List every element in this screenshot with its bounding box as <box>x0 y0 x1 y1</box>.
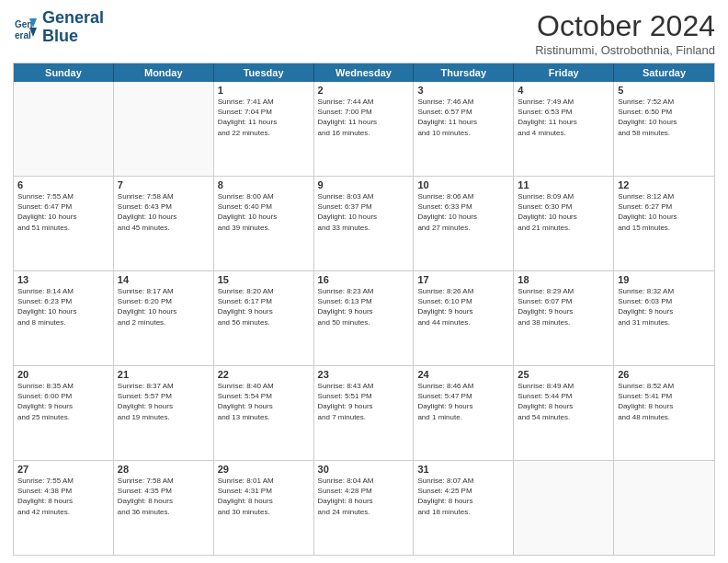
calendar-day-3: 3Sunrise: 7:46 AM Sunset: 6:57 PM Daylig… <box>414 82 514 176</box>
calendar-day-5: 5Sunrise: 7:52 AM Sunset: 6:50 PM Daylig… <box>614 82 714 176</box>
logo-icon: Gen eral <box>13 15 39 40</box>
page-header: Gen eral General Blue October 2024 Risti… <box>13 9 715 57</box>
day-number: 2 <box>318 85 410 96</box>
day-number: 1 <box>218 85 310 96</box>
day-info: Sunrise: 7:49 AM Sunset: 6:53 PM Dayligh… <box>518 97 609 138</box>
day-number: 14 <box>118 274 210 285</box>
calendar-day-9: 9Sunrise: 8:03 AM Sunset: 6:37 PM Daylig… <box>314 177 415 270</box>
calendar-day-25: 25Sunrise: 8:49 AM Sunset: 5:44 PM Dayli… <box>514 366 614 460</box>
day-info: Sunrise: 8:52 AM Sunset: 5:41 PM Dayligh… <box>618 381 711 422</box>
day-info: Sunrise: 8:00 AM Sunset: 6:40 PM Dayligh… <box>218 191 310 233</box>
calendar-day-28: 28Sunrise: 7:58 AM Sunset: 4:35 PM Dayli… <box>114 461 214 555</box>
calendar-row-1: 6Sunrise: 7:55 AM Sunset: 6:47 PM Daylig… <box>14 176 714 270</box>
day-info: Sunrise: 7:41 AM Sunset: 7:04 PM Dayligh… <box>218 97 310 138</box>
calendar-day-6: 6Sunrise: 7:55 AM Sunset: 6:47 PM Daylig… <box>14 177 114 270</box>
calendar-day-24: 24Sunrise: 8:46 AM Sunset: 5:47 PM Dayli… <box>414 366 514 460</box>
day-info: Sunrise: 8:23 AM Sunset: 6:13 PM Dayligh… <box>318 286 410 327</box>
day-info: Sunrise: 8:01 AM Sunset: 4:31 PM Dayligh… <box>218 476 310 517</box>
calendar-day-11: 11Sunrise: 8:09 AM Sunset: 6:30 PM Dayli… <box>514 177 614 270</box>
calendar-day-26: 26Sunrise: 8:52 AM Sunset: 5:41 PM Dayli… <box>614 366 714 460</box>
weekday-header-tuesday: Tuesday <box>214 63 314 82</box>
weekday-header-thursday: Thursday <box>414 63 514 82</box>
calendar-day-27: 27Sunrise: 7:55 AM Sunset: 4:38 PM Dayli… <box>14 461 114 555</box>
calendar-row-0: 1Sunrise: 7:41 AM Sunset: 7:04 PM Daylig… <box>14 82 714 176</box>
day-info: Sunrise: 8:07 AM Sunset: 4:25 PM Dayligh… <box>417 476 509 517</box>
day-info: Sunrise: 7:44 AM Sunset: 7:00 PM Dayligh… <box>318 97 410 138</box>
day-number: 26 <box>618 369 711 380</box>
day-number: 9 <box>318 179 410 190</box>
day-number: 31 <box>417 464 509 475</box>
calendar-day-13: 13Sunrise: 8:14 AM Sunset: 6:23 PM Dayli… <box>14 271 114 365</box>
calendar-empty-cell <box>114 82 214 176</box>
day-info: Sunrise: 8:35 AM Sunset: 6:00 PM Dayligh… <box>17 381 109 422</box>
calendar-day-4: 4Sunrise: 7:49 AM Sunset: 6:53 PM Daylig… <box>514 82 614 176</box>
calendar-day-30: 30Sunrise: 8:04 AM Sunset: 4:28 PM Dayli… <box>314 461 415 555</box>
day-number: 18 <box>518 274 609 285</box>
calendar-day-19: 19Sunrise: 8:32 AM Sunset: 6:03 PM Dayli… <box>614 271 714 365</box>
day-number: 4 <box>518 85 609 96</box>
day-info: Sunrise: 7:58 AM Sunset: 6:43 PM Dayligh… <box>118 191 210 233</box>
day-number: 21 <box>118 369 210 380</box>
weekday-header-sunday: Sunday <box>14 63 114 82</box>
calendar-empty-cell <box>514 461 614 555</box>
day-number: 27 <box>17 464 109 475</box>
day-number: 23 <box>318 369 410 380</box>
calendar-day-2: 2Sunrise: 7:44 AM Sunset: 7:00 PM Daylig… <box>314 82 415 176</box>
day-number: 12 <box>618 179 711 190</box>
day-number: 30 <box>318 464 410 475</box>
location-subtitle: Ristinummi, Ostrobothnia, Finland <box>535 43 715 57</box>
svg-text:eral: eral <box>15 30 31 40</box>
day-info: Sunrise: 7:58 AM Sunset: 4:35 PM Dayligh… <box>118 476 210 517</box>
day-info: Sunrise: 8:20 AM Sunset: 6:17 PM Dayligh… <box>218 286 310 327</box>
day-info: Sunrise: 8:26 AM Sunset: 6:10 PM Dayligh… <box>417 286 509 327</box>
day-number: 28 <box>118 464 210 475</box>
day-info: Sunrise: 8:06 AM Sunset: 6:33 PM Dayligh… <box>417 191 509 233</box>
day-info: Sunrise: 8:04 AM Sunset: 4:28 PM Dayligh… <box>318 476 410 517</box>
weekday-header-monday: Monday <box>114 63 214 82</box>
calendar-row-3: 20Sunrise: 8:35 AM Sunset: 6:00 PM Dayli… <box>14 365 714 460</box>
day-number: 22 <box>218 369 310 380</box>
month-title: October 2024 <box>535 9 715 43</box>
calendar-empty-cell <box>614 461 714 555</box>
logo: Gen eral General Blue <box>13 9 104 46</box>
calendar-day-1: 1Sunrise: 7:41 AM Sunset: 7:04 PM Daylig… <box>214 82 314 176</box>
calendar-body: 1Sunrise: 7:41 AM Sunset: 7:04 PM Daylig… <box>14 82 714 555</box>
calendar-day-14: 14Sunrise: 8:17 AM Sunset: 6:20 PM Dayli… <box>114 271 214 365</box>
day-number: 17 <box>417 274 509 285</box>
day-number: 16 <box>318 274 410 285</box>
day-info: Sunrise: 8:49 AM Sunset: 5:44 PM Dayligh… <box>518 381 609 422</box>
calendar-day-8: 8Sunrise: 8:00 AM Sunset: 6:40 PM Daylig… <box>214 177 314 270</box>
calendar-header: SundayMondayTuesdayWednesdayThursdayFrid… <box>14 63 714 82</box>
weekday-header-saturday: Saturday <box>614 63 714 82</box>
day-info: Sunrise: 8:37 AM Sunset: 5:57 PM Dayligh… <box>118 381 210 422</box>
day-info: Sunrise: 7:52 AM Sunset: 6:50 PM Dayligh… <box>618 97 711 138</box>
calendar-day-20: 20Sunrise: 8:35 AM Sunset: 6:00 PM Dayli… <box>14 366 114 460</box>
day-info: Sunrise: 8:12 AM Sunset: 6:27 PM Dayligh… <box>618 191 711 233</box>
day-info: Sunrise: 8:32 AM Sunset: 6:03 PM Dayligh… <box>618 286 711 327</box>
calendar-day-12: 12Sunrise: 8:12 AM Sunset: 6:27 PM Dayli… <box>614 177 714 270</box>
weekday-header-friday: Friday <box>514 63 614 82</box>
day-info: Sunrise: 7:55 AM Sunset: 6:47 PM Dayligh… <box>17 191 109 233</box>
day-number: 11 <box>518 179 609 190</box>
day-number: 8 <box>218 179 310 190</box>
calendar-empty-cell <box>14 82 114 176</box>
day-number: 15 <box>218 274 310 285</box>
day-number: 24 <box>417 369 509 380</box>
day-info: Sunrise: 8:09 AM Sunset: 6:30 PM Dayligh… <box>518 191 609 233</box>
day-info: Sunrise: 8:40 AM Sunset: 5:54 PM Dayligh… <box>218 381 310 422</box>
title-area: October 2024 Ristinummi, Ostrobothnia, F… <box>535 9 715 57</box>
logo-line2: Blue <box>42 27 78 45</box>
calendar-page: Gen eral General Blue October 2024 Risti… <box>0 0 728 563</box>
calendar-day-29: 29Sunrise: 8:01 AM Sunset: 4:31 PM Dayli… <box>214 461 314 555</box>
logo-line1: General <box>42 8 104 27</box>
day-number: 20 <box>17 369 109 380</box>
day-number: 7 <box>118 179 210 190</box>
calendar-day-15: 15Sunrise: 8:20 AM Sunset: 6:17 PM Dayli… <box>214 271 314 365</box>
day-number: 29 <box>218 464 310 475</box>
day-number: 5 <box>618 85 711 96</box>
calendar-day-18: 18Sunrise: 8:29 AM Sunset: 6:07 PM Dayli… <box>514 271 614 365</box>
calendar-day-22: 22Sunrise: 8:40 AM Sunset: 5:54 PM Dayli… <box>214 366 314 460</box>
calendar-day-21: 21Sunrise: 8:37 AM Sunset: 5:57 PM Dayli… <box>114 366 214 460</box>
logo-text: General Blue <box>42 9 104 46</box>
day-info: Sunrise: 8:43 AM Sunset: 5:51 PM Dayligh… <box>318 381 410 422</box>
